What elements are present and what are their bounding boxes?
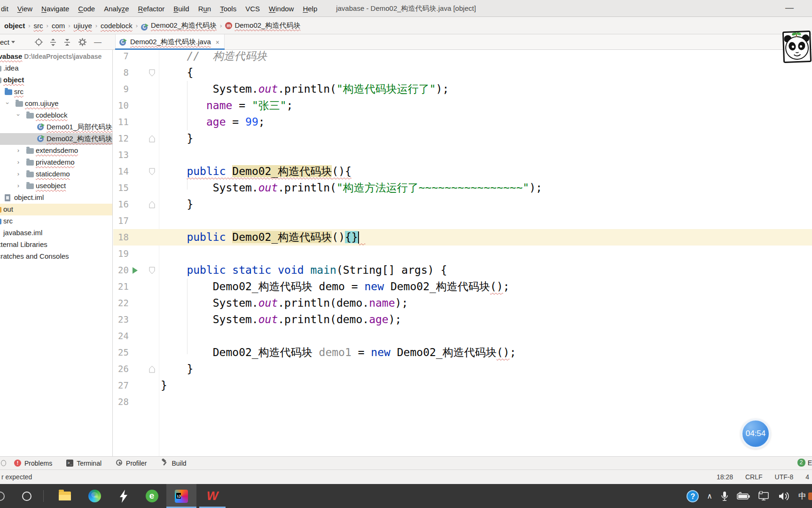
- code-line[interactable]: 21 Demo02_构造代码块 demo = new Demo02_构造代码块(…: [113, 278, 812, 295]
- microphone-icon[interactable]: [720, 491, 729, 502]
- expand-all-icon[interactable]: [49, 39, 57, 46]
- code-line[interactable]: 7 // 构造代码块: [113, 50, 812, 64]
- menu-item-tools[interactable]: Tools: [220, 5, 236, 13]
- tool-window-button-profiler[interactable]: Profiler: [116, 459, 147, 468]
- thunder-app-icon[interactable]: [114, 484, 133, 508]
- menu-item-build[interactable]: Build: [173, 5, 189, 13]
- code-line[interactable]: 24: [113, 328, 812, 344]
- tool-window-button-problems[interactable]: !Problems: [14, 459, 52, 468]
- menu-item-view[interactable]: View: [17, 5, 32, 13]
- line-number[interactable]: 12: [113, 130, 129, 147]
- gear-icon[interactable]: [78, 38, 86, 46]
- code-line[interactable]: 8 {: [113, 64, 812, 81]
- minimize-button[interactable]: —: [779, 0, 800, 17]
- ime-language-indicator[interactable]: 中: [798, 491, 806, 501]
- tree-item-demo02_-[interactable]: CDemo02_构造代码块: [0, 133, 113, 145]
- fold-end-icon[interactable]: [149, 135, 155, 144]
- menu-item-vcs[interactable]: VCS: [245, 5, 260, 13]
- chevron-collapsed-icon[interactable]: ›: [16, 170, 21, 177]
- breadcrumb-item[interactable]: ujiuye: [74, 22, 92, 30]
- fold-end-icon[interactable]: [149, 365, 155, 375]
- breadcrumb-item[interactable]: src: [34, 22, 43, 30]
- code-line[interactable]: 23 System.out.println(demo.age);: [113, 311, 812, 328]
- tree-item-extendsdemo[interactable]: ›extendsdemo: [0, 145, 113, 157]
- tree-item-object.iml[interactable]: object.iml: [0, 192, 113, 204]
- code-line[interactable]: 27}: [113, 377, 812, 394]
- code-line[interactable]: 26 }: [113, 361, 812, 377]
- code-line[interactable]: 18 public Demo02_构造代码块(){}: [113, 229, 812, 246]
- line-number[interactable]: 13: [113, 147, 129, 163]
- wps-taskbar-button[interactable]: W: [199, 484, 226, 508]
- event-log-button[interactable]: 2 E: [797, 459, 812, 467]
- line-number[interactable]: 11: [113, 114, 129, 130]
- run-line-icon[interactable]: [133, 267, 138, 274]
- battery-icon[interactable]: [737, 492, 750, 500]
- line-number[interactable]: 19: [113, 246, 129, 262]
- file-encoding[interactable]: UTF-8: [775, 473, 794, 481]
- tree-item-staticdemo[interactable]: ›staticdemo: [0, 168, 113, 180]
- line-number[interactable]: 15: [113, 180, 129, 196]
- tree-item-codeblock[interactable]: ›codeblock: [0, 110, 113, 121]
- search-icon[interactable]: [20, 484, 34, 508]
- line-number[interactable]: 21: [113, 278, 129, 295]
- indent-size[interactable]: 4: [805, 473, 809, 481]
- breadcrumb-item[interactable]: codeblock: [101, 22, 133, 30]
- tree-item-object[interactable]: object: [0, 74, 113, 86]
- menu-item-analyze[interactable]: Analyze: [104, 5, 129, 13]
- line-number[interactable]: 22: [113, 295, 129, 311]
- tree-item-external-libraries[interactable]: External Libraries: [0, 239, 113, 251]
- code-line[interactable]: 9 System.out.println("构造代码块运行了");: [113, 81, 812, 97]
- chevron-expanded-icon[interactable]: ›: [4, 101, 11, 106]
- line-number[interactable]: 10: [113, 97, 129, 114]
- edge-browser-icon[interactable]: [84, 484, 105, 508]
- chevron-collapsed-icon[interactable]: ›: [16, 147, 21, 154]
- tree-item-privatedemo[interactable]: ›privatedemo: [0, 157, 113, 168]
- line-number[interactable]: 26: [113, 361, 129, 377]
- code-line[interactable]: 17: [113, 213, 812, 229]
- tree-item-src[interactable]: src: [0, 86, 113, 98]
- line-number[interactable]: 14: [113, 163, 129, 180]
- breadcrumb-item[interactable]: object: [4, 22, 25, 30]
- fold-end-icon[interactable]: [149, 201, 155, 210]
- menu-item-refactor[interactable]: Refactor: [138, 5, 165, 13]
- code-line[interactable]: 25 Demo02_构造代码块 demo1 = new Demo02_构造代码块…: [113, 344, 812, 361]
- chevron-collapsed-icon[interactable]: ›: [16, 182, 21, 189]
- menu-item-run[interactable]: Run: [198, 5, 211, 13]
- tree-item-useobject[interactable]: ›useobject: [0, 180, 113, 192]
- menu-item-navigate[interactable]: Navigate: [41, 5, 69, 13]
- line-number[interactable]: 23: [113, 311, 129, 328]
- line-separator[interactable]: CRLF: [745, 473, 763, 481]
- network-display-icon[interactable]: [758, 491, 770, 501]
- fold-start-icon[interactable]: [149, 267, 155, 276]
- code-line[interactable]: 16 }: [113, 196, 812, 213]
- tree-item-javabase[interactable]: javabase D:\IdeaProjects\javabase: [0, 51, 113, 63]
- code-editor[interactable]: 7 // 构造代码块8 {9 System.out.println("构造代码块…: [113, 50, 812, 456]
- hide-panel-icon[interactable]: —: [94, 38, 102, 47]
- collapse-all-icon[interactable]: [63, 39, 71, 46]
- line-number[interactable]: 9: [113, 81, 129, 97]
- line-number[interactable]: 27: [113, 377, 129, 394]
- line-number[interactable]: 28: [113, 394, 129, 410]
- code-line[interactable]: 11 age = 99;: [113, 114, 812, 130]
- menu-item-help[interactable]: Help: [303, 5, 317, 13]
- fold-start-icon[interactable]: [149, 69, 155, 79]
- line-number[interactable]: 8: [113, 64, 129, 81]
- code-line[interactable]: 22 System.out.println(demo.name);: [113, 295, 812, 311]
- tree-item-.idea[interactable]: .idea: [0, 63, 113, 74]
- line-number[interactable]: 16: [113, 196, 129, 213]
- line-number[interactable]: 18: [113, 229, 129, 246]
- code-line[interactable]: 13: [113, 147, 812, 163]
- locate-file-icon[interactable]: [35, 38, 43, 46]
- line-number[interactable]: 24: [113, 328, 129, 344]
- code-line[interactable]: 10 name = "张三";: [113, 97, 812, 114]
- fold-start-icon[interactable]: [149, 168, 155, 177]
- volume-icon[interactable]: [778, 492, 790, 501]
- chevron-down-icon[interactable]: [11, 41, 15, 43]
- tree-item-scratches-and-consoles[interactable]: Scratches and Consoles: [0, 251, 113, 262]
- code-line[interactable]: 15 System.out.println("构造方法运行了~~~~~~~~~~…: [113, 180, 812, 196]
- show-hidden-icons[interactable]: ∧: [707, 492, 712, 500]
- line-number[interactable]: 7: [113, 50, 129, 64]
- browser-360-icon[interactable]: e: [141, 484, 163, 508]
- file-explorer-icon[interactable]: [54, 484, 76, 508]
- intellij-idea-taskbar-button[interactable]: IJ: [166, 484, 196, 508]
